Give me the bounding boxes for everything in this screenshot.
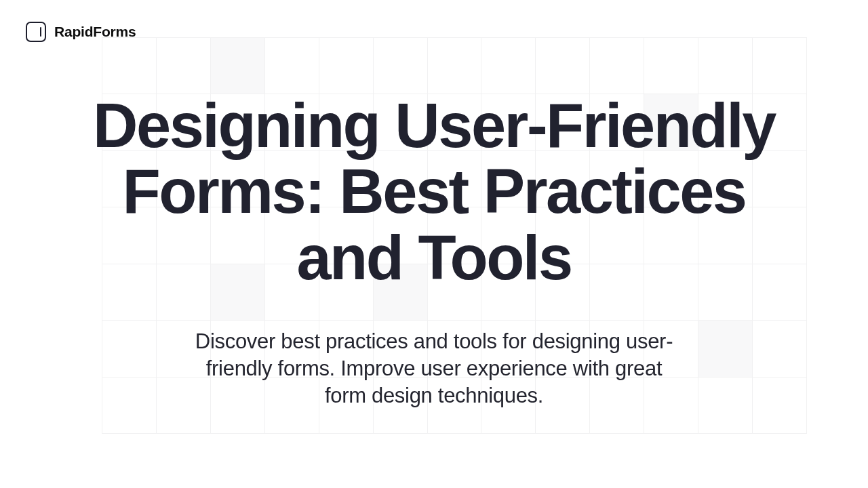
page-subtitle: Discover best practices and tools for de… — [183, 328, 685, 409]
hero-content: Designing User-Friendly Forms: Best Prac… — [0, 0, 868, 488]
header: RapidForms — [26, 22, 136, 42]
brand-name: RapidForms — [54, 24, 136, 40]
logo-icon — [26, 22, 46, 42]
page-title: Designing User-Friendly Forms: Best Prac… — [88, 93, 780, 291]
